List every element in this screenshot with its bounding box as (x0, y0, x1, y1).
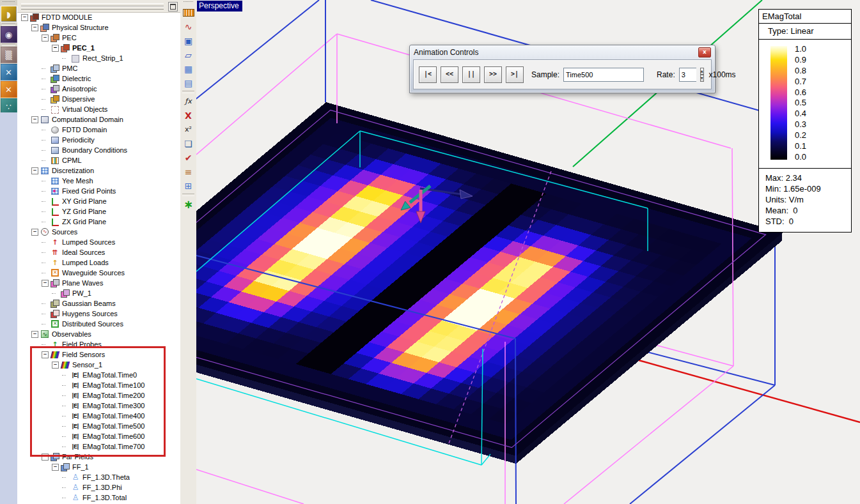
waveform-icon[interactable]: ∿ (182, 20, 196, 33)
grid-icon[interactable]: ▦ (182, 62, 196, 75)
tree-item-pec-1[interactable]: −PEC_1 (17, 43, 180, 53)
tree-panel-header[interactable] (17, 0, 180, 13)
go-to-end-button[interactable]: >| (506, 66, 524, 83)
step-forward-button[interactable]: >> (484, 66, 502, 83)
toolbar-strip: ∿▣▱▦▤ƒxXx²❏✔≡⊞∗ (180, 0, 197, 504)
red-x-document-icon[interactable]: X (182, 109, 196, 122)
tree-item-periodicity[interactable]: Periodicity (17, 135, 180, 145)
tree-item-discretization[interactable]: −Discretization (17, 165, 180, 176)
go-to-start-button[interactable]: |< (419, 66, 437, 83)
tree-item-fixed-grid-points[interactable]: Fixed Grid Points (17, 186, 180, 196)
3d-viewport[interactable]: Perspective Animation Controls x |<<<||>… (196, 0, 860, 504)
tree-expand-icon[interactable]: − (52, 464, 59, 471)
tree-item-fdtd-module[interactable]: −FDTD MODULE (17, 12, 180, 22)
calculator-icon[interactable]: ⊞ (182, 179, 196, 192)
spinner-down-icon[interactable]: ▼ (700, 75, 704, 82)
tree-item-dielectric[interactable]: Dielectric (17, 73, 180, 84)
domain-box-edge (630, 385, 775, 504)
tree-item-yz-grid-plane[interactable]: YZ Grid Plane (17, 206, 180, 217)
function-icon[interactable]: ƒx (182, 95, 196, 108)
tree-item-fdtd-domain[interactable]: FDTD Domain (17, 125, 180, 135)
orange-swoosh-module-icon[interactable]: ✕ (1, 81, 17, 98)
tree-item-rect-strip-1[interactable]: Rect_Strip_1 (17, 53, 180, 63)
tree-item-huygens-sources[interactable]: Huygens Sources (17, 309, 180, 319)
tree-expand-icon[interactable]: − (31, 167, 38, 174)
x-axis-line (639, 360, 860, 422)
mesh-icon[interactable]: ▤ (182, 76, 196, 89)
tree-item-label: PEC (62, 34, 77, 42)
tree-expand-icon[interactable]: − (31, 116, 38, 123)
tree-item-label: Dispersive (62, 95, 95, 103)
tree-guide-line (42, 273, 45, 273)
tree-item-lumped-loads[interactable]: ↑Lumped Loads (17, 257, 180, 268)
tree-item-pw-1[interactable]: PW_1 (17, 288, 180, 298)
colorbar (770, 46, 787, 160)
tree-item-gaussian-beams[interactable]: Gaussian Beams (17, 298, 180, 309)
panel-grip[interactable] (21, 6, 164, 10)
dialog-title-bar[interactable]: Animation Controls x (410, 45, 715, 59)
rate-input[interactable] (679, 68, 696, 82)
tree-guide-line (62, 58, 66, 59)
x-squared-icon[interactable]: x² (182, 123, 196, 136)
tree-item-icon (51, 136, 59, 144)
tree-item-physical-structure[interactable]: −Physical Structure (17, 22, 180, 33)
tree-item-icon (61, 44, 70, 52)
tree-item-ideal-sources[interactable]: ⇈Ideal Sources (17, 247, 180, 257)
tree-item-virtual-objects[interactable]: Virtual Objects (17, 104, 180, 114)
tree-expand-icon[interactable]: − (31, 331, 38, 338)
tree-item-ff-1-3d-phi[interactable]: ♙FF_1.3D.Phi (17, 482, 180, 493)
run-simulation-icon[interactable]: ∗ (182, 197, 196, 211)
tree-item-icon (51, 187, 59, 195)
rate-spinner[interactable]: ▲ ▼ (700, 68, 704, 82)
script-icon[interactable]: ≡ (182, 165, 196, 178)
toolbar-grip[interactable] (184, 1, 193, 4)
tree-item-ff-1[interactable]: −FF_1 (17, 462, 180, 472)
domain-box-icon[interactable]: ▱ (182, 48, 196, 61)
tree-item-lumped-sources[interactable]: ↑Lumped Sources (17, 237, 180, 247)
tree-item-label: Sources (52, 228, 77, 236)
tree-item-dispersive[interactable]: Dispersive (17, 94, 180, 104)
tree-item-label: PEC_1 (72, 44, 95, 52)
pause-button[interactable]: || (462, 66, 480, 83)
tree-item-xy-grid-plane[interactable]: XY Grid Plane (17, 196, 180, 206)
module-strip-grip[interactable] (3, 1, 15, 4)
tree-expand-icon[interactable]: − (52, 45, 59, 52)
purple-swirl-module-icon[interactable]: ◉ (1, 26, 17, 43)
tree-item-waveguide-sources[interactable]: ✕Waveguide Sources (17, 268, 180, 278)
tree-item-zx-grid-plane[interactable]: ZX Grid Plane (17, 217, 180, 227)
ruler-icon[interactable] (182, 6, 196, 19)
tree-item-anisotropic[interactable]: Anisotropic (17, 84, 180, 94)
sample-input[interactable] (563, 68, 644, 82)
tree-item-boundary-conditions[interactable]: Boundary Conditions (17, 145, 180, 155)
tree-guide-line (62, 498, 66, 498)
tree-item-sources[interactable]: −∿Sources (17, 227, 180, 237)
tree-expand-icon[interactable]: − (31, 229, 38, 236)
tree-expand-icon[interactable]: − (42, 34, 49, 42)
tree-item-icon (61, 463, 70, 471)
layers-icon[interactable]: ▣ (182, 34, 196, 47)
tree-expand-icon[interactable]: − (31, 24, 38, 31)
gold-module-icon[interactable]: ◗ (1, 6, 17, 22)
mauve-module-icon[interactable]: ▒ (1, 47, 17, 63)
tree-item-plane-waves[interactable]: −Plane Waves (17, 278, 180, 288)
tree-item-distributed-sources[interactable]: ✕Distributed Sources (17, 319, 180, 329)
tree-expand-icon[interactable]: − (42, 280, 49, 287)
close-icon[interactable]: x (698, 47, 711, 57)
spinner-up-icon[interactable]: ▲ (700, 68, 704, 75)
tree-item-label: Lumped Loads (62, 259, 109, 266)
tree-item-pmc[interactable]: PMC (17, 63, 180, 73)
tree-item-cpml[interactable]: CPML (17, 155, 180, 165)
snapshot-icon[interactable]: ❏ (182, 137, 196, 150)
validate-check-icon[interactable]: ✔ (182, 151, 196, 164)
tree-item-ff-1-3d-total[interactable]: ♙FF_1.3D.Total (17, 493, 180, 503)
tree-item-computational-domain[interactable]: −Computational Domain (17, 114, 180, 125)
panel-float-button[interactable] (168, 2, 178, 11)
tree-item-pec[interactable]: −PEC (17, 33, 180, 43)
tree-item-ff-1-3d-theta[interactable]: ♙FF_1.3D.Theta (17, 472, 180, 482)
blue-swoosh-module-icon[interactable]: ✕ (1, 64, 17, 80)
step-back-button[interactable]: << (441, 66, 458, 83)
tree-item-observables[interactable]: −∿Observables (17, 329, 180, 339)
tree-expand-icon[interactable]: − (21, 14, 28, 21)
tree-item-yee-mesh[interactable]: Yee Mesh (17, 176, 180, 186)
tree-item-label: Waveguide Sources (62, 269, 125, 277)
